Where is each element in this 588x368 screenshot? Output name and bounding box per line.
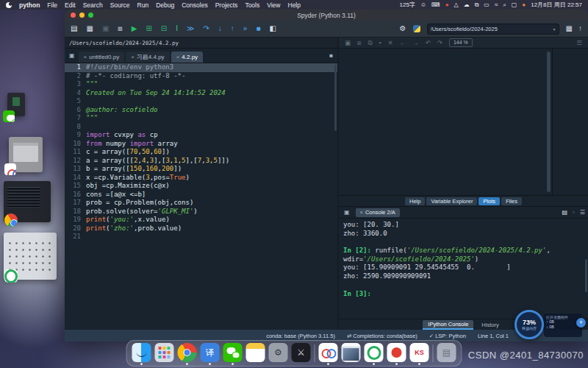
console-scrollbar[interactable] xyxy=(585,259,587,292)
close-window-button[interactable] xyxy=(71,13,76,18)
memory-cleaner-widget[interactable]: 73% 释放内存 打开桌面组件 ↑ 0B ↓ 0B + xyxy=(514,310,584,343)
menu-help[interactable]: Help xyxy=(288,1,301,9)
wifi-icon[interactable]: ≈ xyxy=(495,0,498,10)
minimized-window-preview-wechat[interactable] xyxy=(7,93,25,116)
shapes-icon[interactable]: △ xyxy=(453,0,458,10)
dock-trash[interactable]: ▤ xyxy=(437,343,456,364)
widget-add-button[interactable]: + xyxy=(576,318,586,328)
maximize-pane-icon[interactable]: ◧ xyxy=(269,25,276,32)
menu-search[interactable]: Search xyxy=(83,1,103,9)
tab-untitled0-py[interactable]: ×untitled0.py xyxy=(79,52,125,63)
dock-minimized-window[interactable] xyxy=(342,343,361,364)
console-elapsed-icon[interactable]: ▫ xyxy=(573,209,575,216)
cloud-sync-icon[interactable]: ☁ xyxy=(464,0,470,10)
run-cell-icon[interactable]: ⊞ xyxy=(146,25,151,32)
save-all-icon[interactable]: ⧈ xyxy=(118,25,122,32)
zoom-in-icon[interactable]: ↷ xyxy=(437,38,442,48)
save-icon[interactable]: ▣ xyxy=(102,25,109,32)
stop-icon[interactable]: ■ xyxy=(256,25,260,32)
tab-ipython-console[interactable]: IPython Console xyxy=(423,320,473,330)
close-console-icon[interactable]: × xyxy=(360,209,363,216)
minimized-window-preview-ide[interactable] xyxy=(4,181,51,222)
close-tab-icon[interactable]: × xyxy=(176,54,180,60)
dock-wechat[interactable] xyxy=(223,343,243,364)
close-tab-icon[interactable]: × xyxy=(84,54,87,60)
stage-manager-icon[interactable]: ⧉ xyxy=(475,0,479,10)
dock-launchpad[interactable] xyxy=(155,343,174,364)
battery-icon[interactable]: ▭ xyxy=(484,0,490,10)
dock-chrome[interactable] xyxy=(178,343,197,364)
step-over-icon[interactable]: ↷ xyxy=(203,25,209,32)
tab--4-4-py[interactable]: ×习题4.4.py xyxy=(126,52,169,63)
close-tab-icon[interactable]: × xyxy=(131,54,135,60)
dock-cloud-knot-app[interactable] xyxy=(319,343,338,364)
open-file-icon[interactable]: ▦ xyxy=(86,25,93,32)
menu-edit[interactable]: Edit xyxy=(65,1,76,9)
plot-zoom-level[interactable]: 144 % xyxy=(449,38,473,47)
browse-console-tabs-icon[interactable]: ▣ xyxy=(342,209,352,216)
dock-ks-app[interactable]: KS xyxy=(410,343,429,364)
screen-mirroring-icon[interactable]: ▢ xyxy=(512,0,517,10)
menu-run[interactable]: Run xyxy=(137,1,149,9)
run-icon[interactable]: ▶ xyxy=(132,25,137,32)
tab-help[interactable]: Help xyxy=(405,197,425,205)
editor-scrollbar[interactable] xyxy=(334,65,337,131)
tab-variable-explorer[interactable]: Variable Explorer xyxy=(426,197,477,205)
memory-gauge[interactable]: 73% 释放内存 xyxy=(514,310,544,339)
menu-consoles[interactable]: Consoles xyxy=(182,1,207,9)
spotlight-icon[interactable]: ⌕ xyxy=(503,0,506,10)
menu-view[interactable]: View xyxy=(267,1,280,9)
continue-icon[interactable]: » xyxy=(243,25,248,32)
debug-icon[interactable]: ≫ xyxy=(187,25,194,32)
save-plot-icon[interactable]: ▣ xyxy=(345,38,351,48)
console-env-icon[interactable]: ▤ xyxy=(562,209,567,216)
menu-tools[interactable]: Tools xyxy=(245,1,259,9)
dock-notes[interactable] xyxy=(246,343,265,364)
app-menu[interactable]: python xyxy=(19,1,40,9)
console-menu-icon[interactable]: ☰ xyxy=(580,209,585,216)
editor-options-icon[interactable]: ■ xyxy=(327,52,335,59)
plots-scrollbar[interactable] xyxy=(547,52,551,192)
dock-green-ring-app[interactable] xyxy=(365,343,384,364)
save-all-plots-icon[interactable]: ⧈ xyxy=(357,38,361,48)
open-dir-icon[interactable]: ▦ xyxy=(566,25,573,32)
tab-history[interactable]: History xyxy=(476,321,503,329)
ime-icon[interactable]: ☺ xyxy=(420,0,426,10)
recording-indicator-icon[interactable]: ● xyxy=(522,0,526,10)
plots-menu-icon[interactable]: ☰ xyxy=(576,38,582,48)
tab-files[interactable]: Files xyxy=(501,197,522,205)
apple-menu-icon[interactable] xyxy=(6,2,12,8)
working-directory-select[interactable]: /Users/scofieldo/2024-2025 ▾ xyxy=(427,24,559,35)
remove-plot-icon[interactable]: ▪ xyxy=(379,38,381,48)
step-into-icon[interactable]: ↓ xyxy=(218,25,222,32)
dock-translate-app[interactable]: 译 xyxy=(201,343,220,364)
menu-clock[interactable]: 12月8日 周日 22:57 xyxy=(531,1,582,9)
zoom-window-button[interactable] xyxy=(88,13,93,18)
menu-source[interactable]: Source xyxy=(110,1,130,9)
browse-tabs-icon[interactable]: ▣ xyxy=(67,52,77,59)
previous-plot-icon[interactable]: ← xyxy=(400,38,406,48)
keyboard-icon[interactable]: ⌨ xyxy=(431,0,440,10)
parent-dir-icon[interactable]: ↑ xyxy=(578,25,582,32)
minimized-window-preview-dialog[interactable] xyxy=(9,137,43,172)
python-icon[interactable] xyxy=(413,25,420,32)
tab-4-2-py[interactable]: ×4.2.py xyxy=(171,52,203,63)
window-titlebar[interactable]: Spyder (Python 3.11) xyxy=(65,10,588,21)
ipython-console[interactable]: you: [20. 30.]zho: 3360.0 In [2]: runfil… xyxy=(339,219,588,319)
dock-red-apple-app[interactable] xyxy=(387,343,406,364)
remove-all-plots-icon[interactable]: ✕ xyxy=(388,38,393,48)
record-icon[interactable]: ● xyxy=(445,0,449,10)
code-editor[interactable]: 1#!/usr/bin/env python32# -*- codiarng: … xyxy=(65,63,337,330)
run-cell-advance-icon[interactable]: ⊟ xyxy=(161,25,167,32)
dock-finder[interactable] xyxy=(132,343,151,364)
menu-file[interactable]: File xyxy=(47,1,57,9)
zoom-out-icon[interactable]: ↶ xyxy=(426,38,431,48)
console-tab[interactable]: × Console 2/A xyxy=(356,208,400,217)
preferences-wrench-icon[interactable]: ⚙ xyxy=(400,25,406,32)
menu-projects[interactable]: Projects xyxy=(215,1,238,9)
step-out-icon[interactable]: ↑ xyxy=(231,25,234,32)
dock-system-settings[interactable]: ⚙ xyxy=(269,343,288,364)
new-file-icon[interactable]: ▤ xyxy=(71,25,77,32)
menu-debug[interactable]: Debug xyxy=(156,1,174,9)
next-plot-icon[interactable]: → xyxy=(412,38,419,48)
